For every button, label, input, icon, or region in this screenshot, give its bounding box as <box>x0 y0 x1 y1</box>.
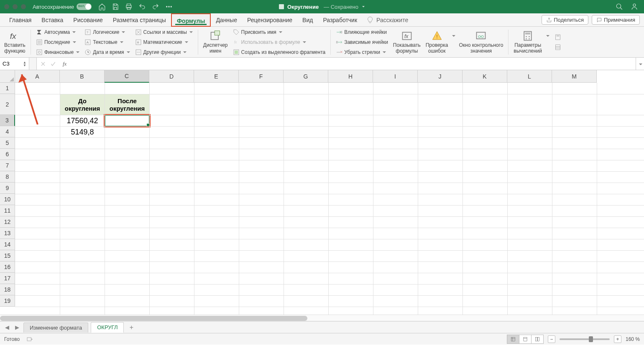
tab-review[interactable]: Рецензирование <box>242 13 297 27</box>
view-normal[interactable] <box>507 335 519 344</box>
enter-icon[interactable] <box>50 61 56 67</box>
zoom-value[interactable]: 160 % <box>626 336 640 342</box>
trace-dependents-button[interactable]: Зависимые ячейки <box>334 38 390 47</box>
col-header-K[interactable]: K <box>463 70 507 83</box>
view-page-layout[interactable] <box>519 335 532 344</box>
remove-arrows-button[interactable]: Убрать стрелки <box>334 48 390 57</box>
trace-precedents-button[interactable]: Влияющие ячейки <box>334 28 390 37</box>
row-header-1[interactable]: 1 <box>0 83 15 94</box>
zoom-thumb[interactable] <box>589 336 593 342</box>
close-window-icon[interactable] <box>4 4 9 9</box>
row-header-6[interactable]: 6 <box>0 149 15 160</box>
row-header-7[interactable]: 7 <box>0 160 15 171</box>
col-header-J[interactable]: J <box>418 70 463 83</box>
autosave-toggle[interactable]: вкл. <box>77 3 92 10</box>
cancel-icon[interactable] <box>40 61 46 67</box>
window-controls[interactable] <box>4 4 26 9</box>
zoom-slider[interactable] <box>560 338 610 340</box>
col-header-E[interactable]: E <box>194 70 239 83</box>
col-header-L[interactable]: L <box>507 70 552 83</box>
row-header-13[interactable]: 13 <box>0 228 15 239</box>
comments-button[interactable]: Примечания <box>592 15 640 25</box>
sheet-tab-2[interactable]: ОКРУГЛ <box>91 322 124 333</box>
logical-button[interactable]: ?Логические <box>83 28 131 37</box>
maximize-window-icon[interactable] <box>21 4 26 9</box>
row-header-2[interactable]: 2 <box>0 94 15 115</box>
lookup-button[interactable]: Ссылки и массивы <box>133 28 194 37</box>
chevron-down-icon[interactable] <box>361 4 366 9</box>
add-sheet-button[interactable]: + <box>126 324 136 331</box>
row-header-19[interactable]: 19 <box>0 295 15 307</box>
tab-formulas[interactable]: Формулы <box>171 13 211 27</box>
zoom-in-button[interactable]: + <box>614 335 621 343</box>
row-header-3[interactable]: 3 <box>0 115 15 126</box>
tab-draw[interactable]: Рисование <box>68 13 108 27</box>
row-header-8[interactable]: 8 <box>0 171 15 183</box>
undo-icon[interactable] <box>138 3 146 10</box>
create-from-selection-button[interactable]: Создать из выделенного фрагмента <box>231 48 327 57</box>
define-name-button[interactable]: Присвоить имя <box>231 28 327 37</box>
spreadsheet-grid[interactable]: ABCDEFGHIJKLM 12345678910111213141516171… <box>0 70 644 315</box>
search-icon[interactable] <box>616 3 623 10</box>
fx-icon[interactable]: fx <box>63 61 66 67</box>
tab-layout[interactable]: Разметка страницы <box>108 13 171 27</box>
error-checking-button[interactable]: ! Проверка ошибок <box>424 29 450 55</box>
name-manager-button[interactable]: Диспетчер имен <box>202 29 230 55</box>
save-icon[interactable] <box>112 3 119 10</box>
col-header-A[interactable]: A <box>15 70 60 83</box>
header-before[interactable]: До округления <box>60 94 105 115</box>
financial-button[interactable]: Финансовые <box>34 48 81 57</box>
formula-input[interactable] <box>70 58 636 70</box>
select-all-button[interactable] <box>0 70 15 83</box>
row-header-14[interactable]: 14 <box>0 239 15 250</box>
namebox-spinner[interactable]: ▲▼ <box>23 61 26 67</box>
horizontal-scrollbar[interactable] <box>0 315 644 321</box>
col-header-C[interactable]: C <box>105 70 149 83</box>
account-icon[interactable] <box>631 3 638 10</box>
watch-window-button[interactable]: Окно контрольного значения <box>457 29 505 55</box>
tab-insert[interactable]: Вставка <box>36 13 68 27</box>
tab-view[interactable]: Вид <box>297 13 318 27</box>
tab-nav-prev[interactable]: ◀ <box>3 324 11 331</box>
row-header-4[interactable]: 4 <box>0 126 15 137</box>
row-header-11[interactable]: 11 <box>0 205 15 216</box>
tab-data[interactable]: Данные <box>211 13 242 27</box>
autosum-button[interactable]: Автосумма <box>34 28 81 37</box>
col-header-G[interactable]: G <box>284 70 328 83</box>
redo-icon[interactable] <box>152 3 159 10</box>
expand-formula-bar[interactable] <box>636 58 644 70</box>
hscroll-thumb[interactable] <box>0 316 307 321</box>
header-after[interactable]: После округления <box>105 94 150 115</box>
insert-function-button[interactable]: fx Вставить функцию <box>3 29 27 55</box>
error-check-dropdown[interactable] <box>452 33 455 38</box>
view-page-break[interactable] <box>531 335 544 344</box>
tab-home[interactable]: Главная <box>4 13 36 27</box>
text-button[interactable]: AТекстовые <box>83 38 131 47</box>
share-button[interactable]: Поделиться <box>542 15 588 25</box>
calc-sheet-button[interactable] <box>553 43 563 52</box>
accessibility-icon[interactable] <box>26 336 34 343</box>
cell-b4[interactable]: 5149,8 <box>60 126 105 138</box>
col-header-H[interactable]: H <box>328 70 373 83</box>
col-header-I[interactable]: I <box>373 70 418 83</box>
row-header-5[interactable]: 5 <box>0 137 15 149</box>
show-formulas-button[interactable]: fx Показывать формулы <box>391 29 422 55</box>
more-functions-button[interactable]: Другие функции <box>133 48 194 57</box>
calc-options-button[interactable]: Параметры вычислений <box>512 29 544 55</box>
name-box[interactable]: C3 ▲▼ <box>0 58 29 70</box>
recent-button[interactable]: Последние <box>34 38 81 47</box>
more-icon[interactable] <box>165 3 173 10</box>
col-header-F[interactable]: F <box>239 70 284 83</box>
tab-developer[interactable]: Разработчик <box>318 13 362 27</box>
sheet-tab-1[interactable]: Изменение формата <box>23 323 88 333</box>
col-header-D[interactable]: D <box>149 70 194 83</box>
home-icon[interactable] <box>98 3 106 10</box>
row-header-17[interactable]: 17 <box>0 273 15 284</box>
zoom-out-button[interactable]: − <box>548 335 555 343</box>
datetime-button[interactable]: Дата и время <box>83 48 131 57</box>
row-header-16[interactable]: 16 <box>0 262 15 273</box>
row-header-9[interactable]: 9 <box>0 183 15 194</box>
col-header-B[interactable]: B <box>60 70 105 83</box>
print-icon[interactable] <box>125 3 133 10</box>
tab-nav-next[interactable]: ▶ <box>13 324 21 331</box>
